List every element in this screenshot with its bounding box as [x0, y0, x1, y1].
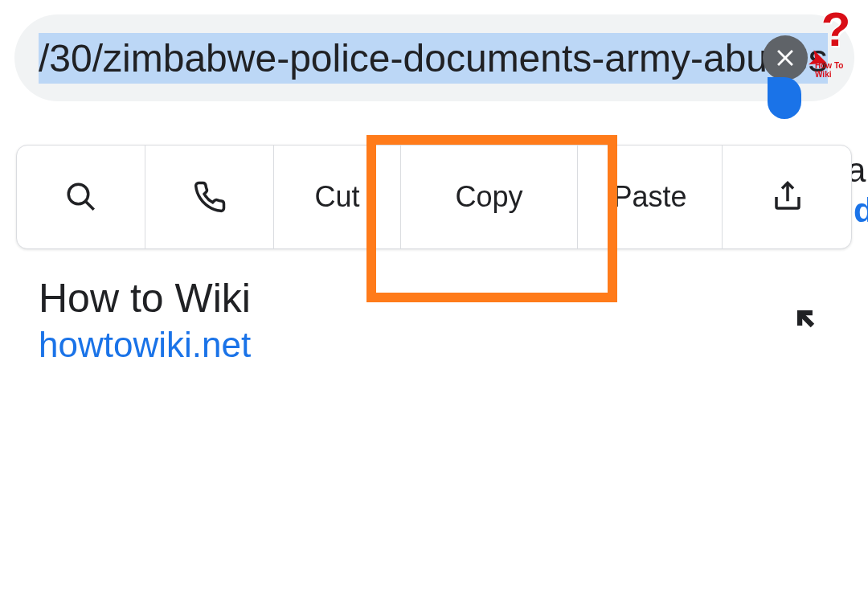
clear-url-button[interactable]	[763, 35, 808, 80]
share-icon	[771, 180, 805, 214]
howtowiki-watermark: ? ➤ How To Wiki	[815, 8, 857, 79]
search-icon	[64, 180, 98, 214]
cut-button[interactable]: Cut	[274, 146, 401, 248]
suggestion-url: howtowiki.net	[39, 325, 251, 365]
url-suggestion[interactable]: How to Wiki howtowiki.net	[39, 275, 251, 365]
edge-partial-text-2: d	[854, 191, 868, 230]
share-button[interactable]	[723, 146, 853, 248]
call-button[interactable]	[145, 146, 274, 248]
suggestion-title: How to Wiki	[39, 275, 251, 322]
svg-point-0	[68, 184, 88, 204]
svg-line-1	[85, 201, 94, 210]
arrow-up-left-icon	[791, 304, 821, 334]
close-icon	[772, 44, 799, 72]
insert-suggestion-button[interactable]	[791, 304, 821, 338]
question-mark-icon: ?	[821, 8, 851, 51]
text-edit-context-menu: Cut Copy Paste	[16, 145, 852, 249]
address-bar[interactable]: /30/zimbabwe-police-documents-army-abuse…	[14, 14, 854, 101]
search-button[interactable]	[17, 146, 145, 248]
url-selected-text[interactable]: /30/zimbabwe-police-documents-army-abuse…	[39, 33, 828, 84]
copy-button[interactable]: Copy	[401, 146, 578, 248]
phone-icon	[193, 180, 227, 214]
paste-button[interactable]: Paste	[578, 146, 723, 248]
selection-caret-handle[interactable]	[768, 77, 801, 119]
